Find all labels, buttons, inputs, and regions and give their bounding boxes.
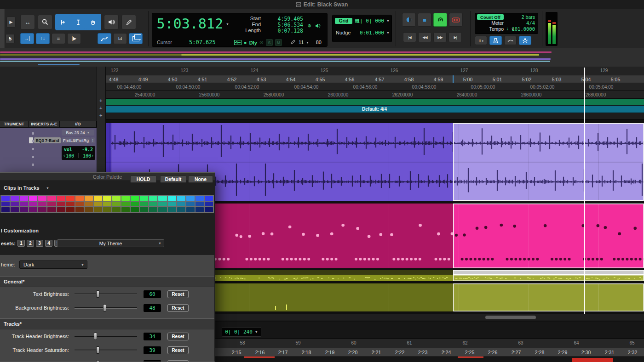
bus-output-selector[interactable]: Bus 23-24 ▼ xyxy=(62,130,94,136)
track-number-dropdown-icon[interactable]: ▼ xyxy=(306,41,309,44)
count-off-chip[interactable]: Count Off xyxy=(477,14,504,20)
insert-slot-bullet[interactable] xyxy=(32,156,34,158)
color-swatch-r2-c14[interactable] xyxy=(121,202,130,207)
color-swatch-r1-c1[interactable] xyxy=(1,196,10,201)
color-swatch-r1-c21[interactable] xyxy=(186,196,195,201)
color-swatch-r3-c4[interactable] xyxy=(29,207,37,212)
color-swatch-r3-c6[interactable] xyxy=(47,207,56,212)
slider-thumb[interactable] xyxy=(96,360,99,362)
none-button[interactable]: None xyxy=(188,175,213,183)
color-swatch-r1-c7[interactable] xyxy=(57,196,65,201)
slider-track[interactable] xyxy=(75,304,137,311)
solo-chip[interactable]: S xyxy=(266,39,273,46)
meter-ruler-bar[interactable]: Default: 4/4 xyxy=(105,106,644,113)
color-swatch-r1-c3[interactable] xyxy=(20,196,28,201)
tab-io[interactable]: I/O xyxy=(60,121,97,128)
insertion-follows-playback-button[interactable]: |▶ xyxy=(67,33,81,44)
color-swatch-r3-c12[interactable] xyxy=(103,207,111,212)
slider-track[interactable] xyxy=(75,290,137,298)
color-swatch-r3-c22[interactable] xyxy=(196,207,204,212)
tab-to-transient-button[interactable]: →| xyxy=(20,33,34,44)
reset-button[interactable]: Reset xyxy=(167,290,189,298)
color-swatch-r2-c2[interactable] xyxy=(11,202,19,207)
color-swatch-r2-c6[interactable] xyxy=(47,202,56,207)
monitor-speaker-icon[interactable] xyxy=(315,23,321,28)
output-fader-icon[interactable]: ↕ xyxy=(91,137,95,143)
color-swatch-r3-c16[interactable] xyxy=(140,207,148,212)
preset-button-3[interactable]: 3 xyxy=(36,240,43,247)
track-number-value[interactable]: 11 xyxy=(299,40,304,45)
record-safe-icon[interactable]: ⊕ xyxy=(308,23,311,29)
color-swatch-r2-c17[interactable] xyxy=(149,202,157,207)
color-swatch-r1-c9[interactable] xyxy=(75,196,84,201)
preset-button-1[interactable]: 1 xyxy=(17,240,25,247)
smart-tool-group[interactable] xyxy=(55,14,101,30)
color-swatch-r3-c1[interactable] xyxy=(1,207,10,212)
color-swatch-r3-c13[interactable] xyxy=(112,207,121,212)
trim-tool-button[interactable] xyxy=(57,15,70,29)
key-ruler-bar[interactable] xyxy=(105,113,644,120)
insert-slot-bullet[interactable] xyxy=(32,164,34,166)
scrubber-tool-button[interactable] xyxy=(104,15,119,29)
insert-slot-bullet[interactable] xyxy=(32,132,34,135)
edit-memory-location-badge[interactable]: 5 xyxy=(6,34,15,43)
color-swatch-r1-c17[interactable] xyxy=(149,196,157,201)
grid-mode-chip[interactable]: Grid xyxy=(335,18,352,24)
theme-preset-selector[interactable]: My Theme ▼ xyxy=(57,239,164,247)
color-swatch-r1-c6[interactable] xyxy=(47,196,56,201)
tab-instrument[interactable]: TRUMENT xyxy=(0,121,29,128)
color-swatch-r2-c5[interactable] xyxy=(38,202,46,207)
color-swatch-r2-c18[interactable] xyxy=(158,202,167,207)
fast-forward-button[interactable]: ▶▶ xyxy=(433,32,447,42)
count-off-button[interactable]: II ● xyxy=(475,36,487,45)
color-swatch-r1-c10[interactable] xyxy=(85,196,93,201)
color-swatch-r3-c17[interactable] xyxy=(149,207,157,212)
grid-value[interactable]: 1| 0| 000 xyxy=(356,18,384,24)
color-swatch-r2-c12[interactable] xyxy=(103,202,111,207)
insert-slot-bullet[interactable] xyxy=(32,140,34,142)
dim-clock-icon[interactable]: ⊙ xyxy=(259,40,264,45)
dly-label[interactable]: Dly xyxy=(249,40,257,45)
volume-pan-display[interactable]: vol -9.2 ‹ 100 100 › xyxy=(62,146,95,160)
meter-add-button[interactable]: + xyxy=(99,105,102,111)
stop-button[interactable]: ■ xyxy=(418,13,431,27)
color-swatch-r3-c2[interactable] xyxy=(11,207,19,212)
color-swatch-r1-c11[interactable] xyxy=(94,196,102,201)
online-button[interactable] xyxy=(402,13,416,27)
conductor-button[interactable] xyxy=(519,36,531,45)
expand-button[interactable]: ▶ xyxy=(6,17,16,28)
start-value[interactable]: 4:59.405 xyxy=(263,16,303,22)
grid-dropdown-icon[interactable]: ▼ xyxy=(386,19,390,23)
slider-track[interactable] xyxy=(75,333,137,340)
color-swatch-r3-c20[interactable] xyxy=(177,207,185,212)
tempo-ruler-bar[interactable] xyxy=(105,99,644,105)
waveform-status-icon[interactable] xyxy=(234,40,242,45)
color-swatch-r3-c10[interactable] xyxy=(85,207,93,212)
preset-button-4[interactable]: 4 xyxy=(45,240,52,247)
session-overview-strip[interactable] xyxy=(0,48,644,68)
color-swatch-r1-c20[interactable] xyxy=(177,196,185,201)
insert-eq-button[interactable]: EQ3 7-Band xyxy=(34,137,61,143)
grabber-tool-button[interactable] xyxy=(86,15,100,29)
color-swatch-r1-c14[interactable] xyxy=(121,196,130,201)
color-swatch-r1-c2[interactable] xyxy=(11,196,19,201)
output-path-selector[interactable]: FrntLft/FrntRg xyxy=(62,137,90,143)
link-timeline-edit-button[interactable]: ↑↓ xyxy=(36,33,50,44)
playhead-cursor[interactable] xyxy=(584,68,585,314)
color-swatch-r3-c21[interactable] xyxy=(186,207,195,212)
pencil-tool-button[interactable] xyxy=(121,15,136,29)
color-swatch-r2-c15[interactable] xyxy=(131,202,139,207)
end-value[interactable]: 5:06.534 xyxy=(263,22,303,28)
color-swatch-r2-c11[interactable] xyxy=(94,202,102,207)
layered-editing-button[interactable] xyxy=(129,33,143,44)
color-swatch-r2-c3[interactable] xyxy=(20,202,28,207)
tab-inserts[interactable]: INSERTS A-E xyxy=(29,121,60,128)
go-to-end-button[interactable]: ▶| xyxy=(448,32,462,42)
color-swatch-r3-c18[interactable] xyxy=(158,207,167,212)
color-swatch-r3-c14[interactable] xyxy=(121,207,130,212)
zoom-toggle-button[interactable]: ↔ xyxy=(20,15,35,29)
metronome-button[interactable] xyxy=(489,36,502,45)
color-swatch-r2-c9[interactable] xyxy=(75,202,84,207)
color-swatch-r3-c11[interactable] xyxy=(94,207,102,212)
reset-button[interactable]: Reset xyxy=(167,333,189,340)
